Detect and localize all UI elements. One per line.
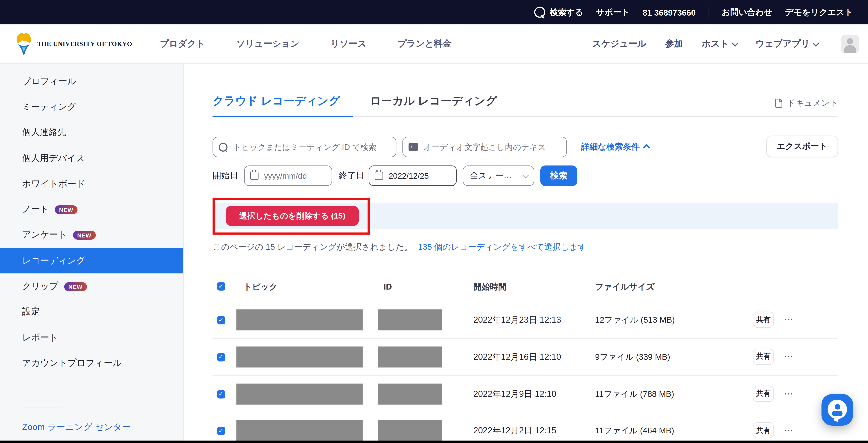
start-time-cell: 2022年12月2日 12:15 [473, 425, 556, 437]
share-button[interactable]: 共有 [753, 386, 774, 402]
topbar-support-link[interactable]: サポート [596, 7, 630, 18]
select-all-checkbox[interactable] [217, 282, 225, 290]
file-size-cell: 12ファイル (513 MB) [595, 315, 675, 325]
recordings-content: クラウド レコーディング ローカル レコーディング ドキュメント 詳細な検索条件… [184, 64, 868, 443]
sidebar-item-surveys[interactable]: アンケートNEW [0, 222, 183, 248]
start-time-cell: 2022年12月9日 12:10 [473, 388, 556, 400]
nav-webapp[interactable]: ウェブアプリ [755, 38, 818, 50]
start-date-field[interactable] [244, 165, 332, 186]
column-header-id[interactable]: ID [384, 282, 392, 291]
nav-products[interactable]: プロダクト [160, 38, 205, 50]
nav-right-group: スケジュール 参加 ホスト ウェブアプリ [592, 34, 859, 53]
redacted-id [378, 310, 442, 330]
share-button[interactable]: 共有 [753, 312, 774, 327]
sidebar-item-settings[interactable]: 設定 [0, 299, 183, 325]
tab-cloud-recordings[interactable]: クラウド レコーディング [213, 94, 340, 108]
more-icon[interactable]: ⋯ [784, 388, 794, 400]
redacted-id [378, 420, 442, 441]
status-filter-select[interactable]: 全ステー… [463, 165, 534, 186]
support-chat-button[interactable] [822, 394, 853, 425]
delete-selected-button[interactable]: 選択したものを削除する (15) [226, 206, 359, 226]
column-header-file-size[interactable]: ファイルサイズ [595, 282, 655, 292]
sidebar-item-notes[interactable]: ノートNEW [0, 197, 183, 222]
column-header-topic[interactable]: トピック [244, 282, 278, 292]
more-icon[interactable]: ⋯ [784, 314, 794, 325]
sidebar-item-meetings[interactable]: ミーティング [0, 94, 183, 120]
advanced-search-link[interactable]: 詳細な検索条件 [581, 141, 648, 152]
start-time-cell: 2022年12月16日 12:10 [473, 351, 561, 363]
sidebar-item-contacts[interactable]: 個人連絡先 [0, 120, 183, 146]
column-header-start-time[interactable]: 開始時間 [473, 282, 506, 292]
nav-plans-pricing[interactable]: プランと料金 [398, 38, 452, 50]
redacted-id [378, 346, 442, 368]
topbar-phone-number: 81 368973660 [643, 7, 695, 17]
row-checkbox[interactable] [217, 316, 225, 324]
row-checkbox[interactable] [217, 427, 225, 435]
nav-left-group: プロダクト ソリューション リソース プランと料金 [160, 38, 452, 50]
tab-local-recordings[interactable]: ローカル レコーディング [370, 94, 497, 108]
chevron-down-icon [732, 39, 739, 46]
sidebar-item-whiteboard[interactable]: ホワイトボード [0, 171, 183, 197]
start-date-input[interactable] [263, 171, 326, 181]
calendar-icon [375, 171, 383, 180]
topic-search-input[interactable] [232, 142, 391, 152]
nav-resources[interactable]: リソース [331, 38, 367, 50]
selection-status-text: このページの 15 レコーディングが選択されました。 [213, 242, 412, 251]
table-row: 2022年12月2日 12:15 11ファイル (464 MB) 共有 ⋯ [184, 413, 868, 443]
topbar-divider [708, 7, 709, 18]
audio-transcript-icon [408, 143, 418, 151]
row-checkbox[interactable] [217, 353, 225, 361]
search-icon [219, 143, 227, 152]
avatar[interactable] [841, 34, 859, 53]
main-navbar: THE UNIVERSITY OF TOKYO プロダクト ソリューション リソ… [0, 24, 868, 64]
transcript-search-input[interactable] [422, 142, 561, 152]
select-all-link[interactable]: 135 個のレコーディングをすべて選択します [418, 242, 586, 251]
nav-host[interactable]: ホスト [702, 38, 737, 50]
sidebar-item-account-profile[interactable]: アカウントプロフィール [0, 350, 183, 376]
file-size-cell: 11ファイル (464 MB) [595, 426, 674, 436]
nav-schedule[interactable]: スケジュール [592, 38, 647, 50]
sidebar-item-recordings[interactable]: レコーディング [0, 248, 183, 274]
file-size-cell: 11ファイル (788 MB) [595, 389, 674, 400]
redacted-id [378, 383, 442, 405]
start-date-label: 開始日 [213, 170, 238, 182]
chat-person-body [832, 410, 842, 416]
table-row: 2022年12月23日 12:13 12ファイル (513 MB) 共有 ⋯ [184, 302, 868, 339]
topbar-search-label: 検索する [550, 7, 583, 18]
selection-status: このページの 15 レコーディングが選択されました。 135 個のレコーディング… [213, 242, 587, 252]
topic-search-field[interactable] [213, 137, 397, 157]
table-row: 2022年12月16日 12:10 9ファイル (339 MB) 共有 ⋯ [184, 339, 868, 376]
new-badge: NEW [55, 205, 78, 214]
nav-solutions[interactable]: ソリューション [236, 38, 300, 50]
nav-join[interactable]: 参加 [665, 38, 683, 50]
end-date-label: 終了日 [339, 170, 364, 182]
end-date-input[interactable] [388, 171, 451, 181]
sidebar-item-reports[interactable]: レポート [0, 325, 183, 350]
sidebar-item-profile[interactable]: プロフィール [0, 69, 183, 94]
end-date-field[interactable] [369, 165, 457, 186]
export-button[interactable]: エクスポート [766, 135, 838, 157]
utokyo-logo-text: THE UNIVERSITY OF TOKYO [37, 40, 132, 47]
redacted-topic [236, 310, 363, 330]
row-checkbox[interactable] [217, 390, 225, 398]
search-button[interactable]: 検索 [540, 165, 578, 186]
sidebar-learning-center-link[interactable]: Zoom ラーニング センター [22, 421, 183, 433]
new-badge: NEW [64, 282, 87, 291]
topbar-contact-link[interactable]: お問い合わせ [722, 7, 772, 18]
topbar-request-demo-link[interactable]: デモをリクエスト [785, 7, 853, 18]
sidebar-item-clips[interactable]: クリップNEW [0, 274, 183, 299]
more-icon[interactable]: ⋯ [784, 425, 794, 436]
share-button[interactable]: 共有 [753, 422, 774, 439]
chevron-up-icon [643, 144, 650, 151]
sidebar-item-devices[interactable]: 個人用デバイス [0, 146, 183, 171]
documentation-link[interactable]: ドキュメント [775, 98, 838, 108]
share-button[interactable]: 共有 [753, 349, 774, 365]
transcript-search-field[interactable] [402, 137, 567, 157]
chevron-down-icon [522, 172, 529, 178]
redacted-topic [236, 420, 363, 441]
more-icon[interactable]: ⋯ [784, 351, 794, 362]
topbar-search[interactable]: 検索する [534, 7, 583, 18]
screen-bottom-edge [0, 440, 868, 443]
document-icon [775, 98, 782, 108]
utokyo-logo[interactable]: THE UNIVERSITY OF TOKYO [16, 32, 132, 56]
